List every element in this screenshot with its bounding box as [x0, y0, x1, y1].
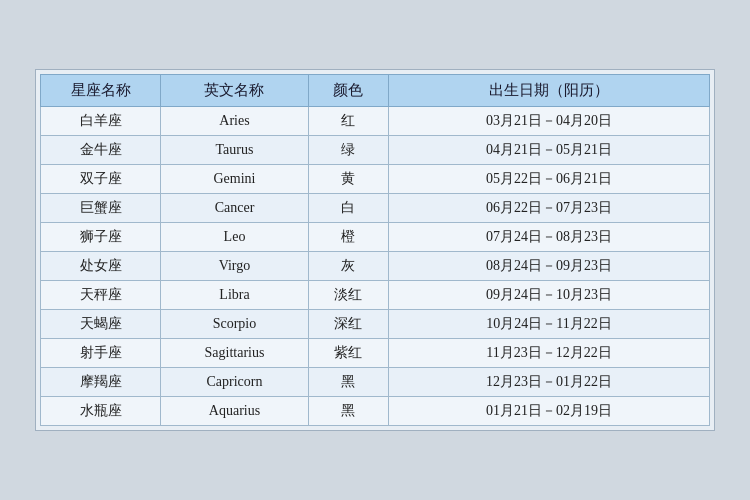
- cell-date: 06月22日－07月23日: [388, 194, 709, 223]
- cell-date: 05月22日－06月21日: [388, 165, 709, 194]
- header-cn: 星座名称: [41, 75, 161, 107]
- cell-en: Gemini: [161, 165, 308, 194]
- cell-en: Capricorn: [161, 368, 308, 397]
- cell-en: Libra: [161, 281, 308, 310]
- cell-cn: 白羊座: [41, 107, 161, 136]
- cell-color: 紫红: [308, 339, 388, 368]
- table-row: 天蝎座Scorpio深红10月24日－11月22日: [41, 310, 710, 339]
- cell-date: 04月21日－05月21日: [388, 136, 709, 165]
- cell-date: 12月23日－01月22日: [388, 368, 709, 397]
- cell-color: 黄: [308, 165, 388, 194]
- cell-cn: 水瓶座: [41, 397, 161, 426]
- header-en: 英文名称: [161, 75, 308, 107]
- cell-date: 07月24日－08月23日: [388, 223, 709, 252]
- cell-color: 红: [308, 107, 388, 136]
- cell-cn: 天秤座: [41, 281, 161, 310]
- cell-cn: 天蝎座: [41, 310, 161, 339]
- table-row: 射手座Sagittarius紫红11月23日－12月22日: [41, 339, 710, 368]
- cell-en: Leo: [161, 223, 308, 252]
- cell-en: Aquarius: [161, 397, 308, 426]
- cell-cn: 射手座: [41, 339, 161, 368]
- cell-date: 01月21日－02月19日: [388, 397, 709, 426]
- cell-color: 黑: [308, 368, 388, 397]
- cell-cn: 处女座: [41, 252, 161, 281]
- table-header-row: 星座名称 英文名称 颜色 出生日期（阳历）: [41, 75, 710, 107]
- table-row: 摩羯座Capricorn黑12月23日－01月22日: [41, 368, 710, 397]
- table-row: 处女座Virgo灰08月24日－09月23日: [41, 252, 710, 281]
- cell-cn: 金牛座: [41, 136, 161, 165]
- cell-en: Cancer: [161, 194, 308, 223]
- cell-color: 灰: [308, 252, 388, 281]
- table-row: 水瓶座Aquarius黑01月21日－02月19日: [41, 397, 710, 426]
- cell-color: 绿: [308, 136, 388, 165]
- cell-color: 深红: [308, 310, 388, 339]
- header-date: 出生日期（阳历）: [388, 75, 709, 107]
- cell-color: 橙: [308, 223, 388, 252]
- cell-en: Scorpio: [161, 310, 308, 339]
- table-row: 白羊座Aries红03月21日－04月20日: [41, 107, 710, 136]
- cell-cn: 摩羯座: [41, 368, 161, 397]
- cell-date: 11月23日－12月22日: [388, 339, 709, 368]
- cell-date: 08月24日－09月23日: [388, 252, 709, 281]
- cell-color: 淡红: [308, 281, 388, 310]
- cell-date: 03月21日－04月20日: [388, 107, 709, 136]
- zodiac-table-container: 星座名称 英文名称 颜色 出生日期（阳历） 白羊座Aries红03月21日－04…: [35, 69, 715, 431]
- cell-color: 白: [308, 194, 388, 223]
- cell-en: Sagittarius: [161, 339, 308, 368]
- table-row: 天秤座Libra淡红09月24日－10月23日: [41, 281, 710, 310]
- cell-cn: 巨蟹座: [41, 194, 161, 223]
- table-row: 狮子座Leo橙07月24日－08月23日: [41, 223, 710, 252]
- cell-en: Taurus: [161, 136, 308, 165]
- cell-date: 09月24日－10月23日: [388, 281, 709, 310]
- table-row: 双子座Gemini黄05月22日－06月21日: [41, 165, 710, 194]
- cell-en: Virgo: [161, 252, 308, 281]
- cell-en: Aries: [161, 107, 308, 136]
- header-color: 颜色: [308, 75, 388, 107]
- cell-color: 黑: [308, 397, 388, 426]
- cell-cn: 狮子座: [41, 223, 161, 252]
- zodiac-table: 星座名称 英文名称 颜色 出生日期（阳历） 白羊座Aries红03月21日－04…: [40, 74, 710, 426]
- table-row: 巨蟹座Cancer白06月22日－07月23日: [41, 194, 710, 223]
- cell-cn: 双子座: [41, 165, 161, 194]
- table-row: 金牛座Taurus绿04月21日－05月21日: [41, 136, 710, 165]
- cell-date: 10月24日－11月22日: [388, 310, 709, 339]
